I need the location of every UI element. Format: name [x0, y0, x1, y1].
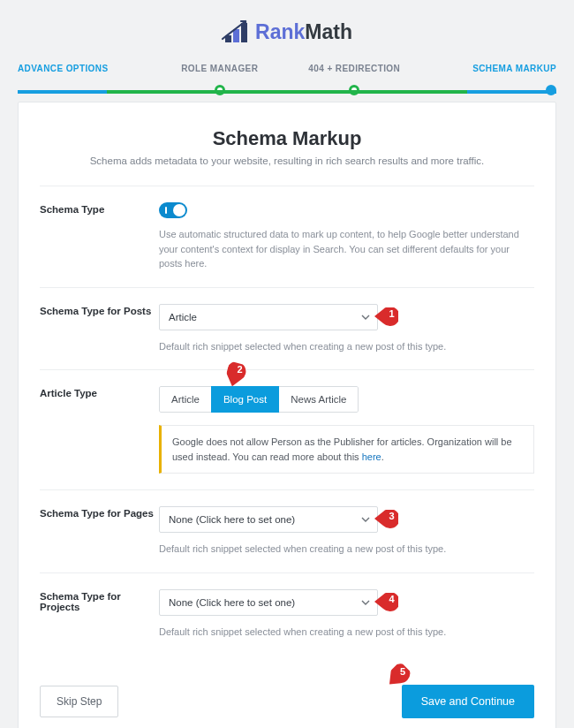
brand-logo: RankMath: [18, 18, 556, 48]
skip-step-button[interactable]: Skip Step: [40, 686, 118, 717]
brand-name: RankMath: [255, 20, 352, 44]
schema-type-help: Use automatic structured data to mark up…: [159, 227, 534, 271]
step-label: ADVANCE OPTIONS: [18, 64, 109, 73]
schema-pages-select[interactable]: None (Click here to set one): [159, 506, 378, 533]
schema-posts-select[interactable]: Article: [159, 304, 378, 330]
chevron-down-icon: [361, 515, 370, 524]
callout-5: 5: [386, 665, 410, 685]
notice-link[interactable]: here: [362, 451, 381, 462]
schema-projects-label: Schema Type for Projects: [40, 589, 159, 640]
save-continue-button[interactable]: Save and Continue: [402, 685, 534, 718]
step-role-manager[interactable]: ROLE MANAGER: [153, 64, 288, 73]
callout-1: 1: [374, 307, 398, 327]
page-title: Schema Markup: [40, 127, 534, 150]
callout-4: 4: [374, 593, 398, 612]
rankmath-logo-icon: [222, 19, 248, 44]
article-type-group: Article Blog Post News Article: [159, 386, 359, 413]
schema-pages-help: Default rich snippet selected when creat…: [159, 542, 534, 557]
article-type-news[interactable]: News Article: [278, 386, 359, 413]
page-subtitle: Schema adds metadata to your website, re…: [40, 155, 534, 166]
setup-stepper: ADVANCE OPTIONS ROLE MANAGER 404 + REDIR…: [18, 64, 556, 73]
step-label: 404 + REDIRECTION: [308, 64, 400, 73]
schema-posts-label: Schema Type for Posts: [40, 304, 159, 354]
article-type-blogpost[interactable]: Blog Post: [211, 386, 279, 413]
schema-projects-select[interactable]: None (Click here to set one): [159, 589, 378, 616]
step-schema-markup[interactable]: SCHEMA MARKUP: [422, 64, 557, 73]
step-advance-options[interactable]: ADVANCE OPTIONS: [18, 64, 153, 73]
callout-3: 3: [374, 510, 398, 529]
step-404-redirection[interactable]: 404 + REDIRECTION: [287, 64, 422, 73]
step-label: ROLE MANAGER: [181, 64, 258, 73]
schema-pages-label: Schema Type for Pages: [40, 506, 159, 557]
schema-markup-card: Schema Markup Schema adds metadata to yo…: [18, 102, 556, 728]
schema-type-toggle[interactable]: [159, 202, 187, 218]
schema-projects-help: Default rich snippet selected when creat…: [159, 625, 534, 640]
select-value: None (Click here to set one): [169, 514, 295, 525]
article-type-article[interactable]: Article: [159, 386, 212, 413]
select-value: Article: [169, 312, 197, 322]
article-type-label: Article Type: [40, 386, 159, 474]
chevron-down-icon: [361, 313, 370, 322]
select-value: None (Click here to set one): [169, 597, 295, 608]
schema-posts-help: Default rich snippet selected when creat…: [159, 339, 534, 354]
schema-type-label: Schema Type: [40, 202, 159, 271]
article-type-notice: Google does not allow Person as the Publ…: [159, 425, 534, 474]
chevron-down-icon: [361, 598, 370, 607]
step-label: SCHEMA MARKUP: [472, 64, 556, 73]
